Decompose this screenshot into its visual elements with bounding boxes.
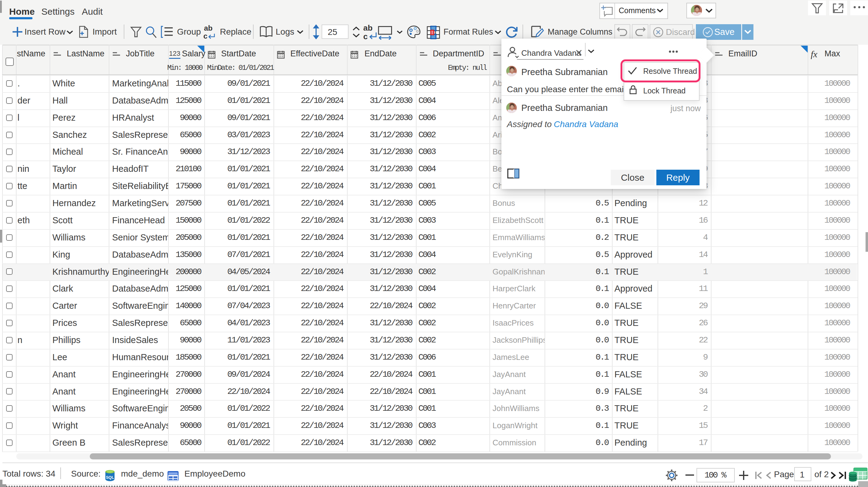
svg-text:SQL: SQL [106,475,114,480]
svg-text:ab: ab [363,24,372,32]
svg-text:ab: ab [204,25,213,32]
svg-text:c: c [363,32,368,40]
svg-text:c: c [204,32,207,40]
